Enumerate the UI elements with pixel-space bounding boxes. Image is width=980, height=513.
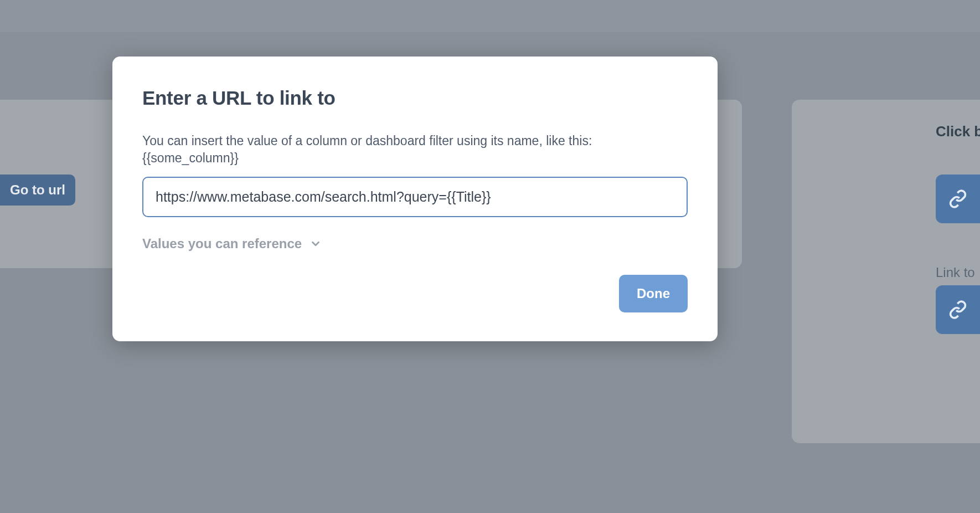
modal-description: You can insert the value of a column or …: [142, 132, 688, 167]
modal-overlay: Enter a URL to link to You can insert th…: [0, 0, 980, 513]
values-reference-label: Values you can reference: [142, 236, 302, 252]
modal-title: Enter a URL to link to: [142, 87, 688, 109]
values-reference-toggle[interactable]: Values you can reference: [142, 236, 322, 252]
url-link-modal: Enter a URL to link to You can insert th…: [112, 57, 718, 341]
chevron-down-icon: [310, 238, 322, 250]
modal-footer: Done: [142, 275, 688, 312]
done-button[interactable]: Done: [619, 275, 688, 312]
url-input[interactable]: [142, 177, 688, 217]
